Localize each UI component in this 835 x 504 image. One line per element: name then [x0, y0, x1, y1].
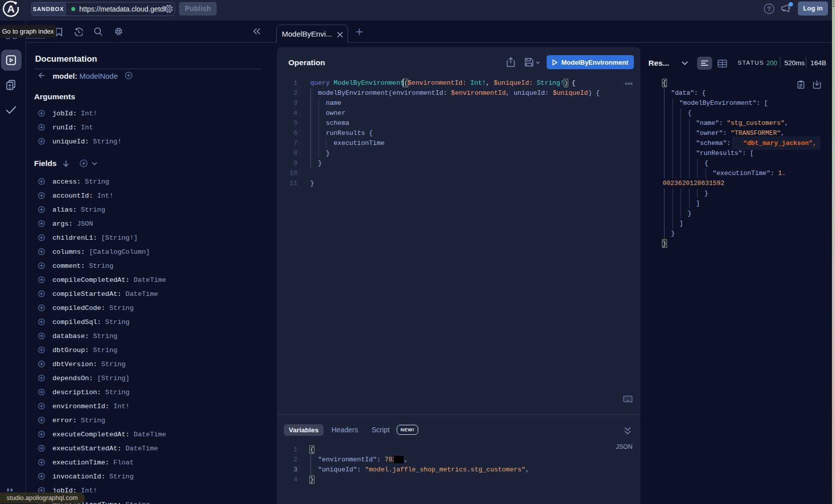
svg-text:?: ? [767, 6, 771, 13]
svg-text:A: A [7, 3, 15, 15]
